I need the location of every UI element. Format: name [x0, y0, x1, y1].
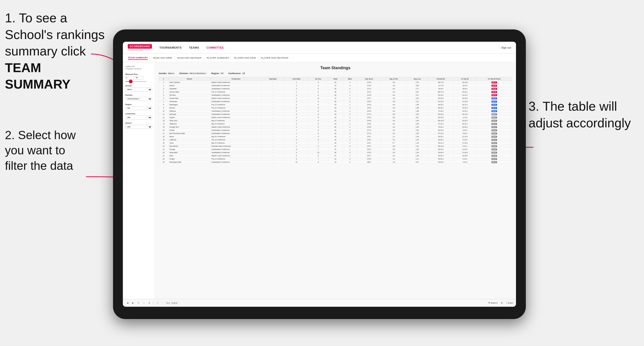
cell-avg-to-par: -4.6 [381, 106, 406, 109]
divider-1 [153, 301, 153, 305]
filter-min-rounding: Minimum Rou... [125, 73, 152, 82]
cell-rnds: 23 [328, 81, 343, 84]
cell-conference: Southeastern Conference [210, 148, 262, 151]
cell-vs-top25: 15-32-2 [454, 119, 476, 122]
table-row: 13 Texas Tech Big 12 Conference - 1 9 27… [159, 119, 512, 122]
cell-rnds: 21 [328, 148, 343, 151]
filter-gender-select[interactable]: Men's [125, 88, 152, 92]
cell-wins: 4 [343, 132, 357, 135]
filter-division-select[interactable]: NCAA Division I [125, 97, 152, 101]
cell-rnds: 18 [328, 100, 343, 103]
cell-vs-top50-points: 80.71 [476, 113, 512, 116]
cell-avg-low: 1.39 [406, 154, 428, 157]
instruction-step3-text: 3. The table will adjust accordingly [528, 99, 631, 130]
cell-vs-top25: 12-14-1 [454, 94, 476, 97]
table-row: 20 Texas Big 12 Conference - 3 7 20 4 27… [159, 141, 512, 145]
cell-conf-rank: 1 [284, 90, 308, 94]
nav-committee[interactable]: COMMITTEE [206, 45, 224, 50]
cell-vs-top50-points: 80.34 [476, 135, 512, 138]
cell-adj-score: 276.9 [357, 109, 381, 113]
cell-school: Texas A&M [168, 151, 210, 154]
nav-teams[interactable]: TEAMS [189, 45, 199, 50]
filter-division: Division NCAA Division I [125, 94, 152, 101]
cell-rnds: 24 [328, 122, 343, 125]
cell-adj-score: 276.3 [357, 103, 381, 106]
view-original-btn[interactable]: View: Original [164, 301, 179, 305]
filter-conference-select[interactable]: (All) [125, 116, 152, 120]
cell-vs-top50-points: 83.27 [476, 94, 512, 97]
cell-avg-low: 2.52 [406, 90, 428, 94]
reload-btn[interactable]: ↻ [136, 301, 140, 305]
filter-school-select[interactable]: (All) [125, 125, 152, 129]
table-row: 15 Georgia Tech Atlantic Coast Conferenc… [159, 125, 512, 129]
share-btn[interactable]: ⤴ Share [506, 302, 513, 304]
cell-overall: 88-17-0 [428, 81, 454, 84]
cell-vs-top50-points: 80.34 [476, 119, 512, 122]
cell-avg-to-par: -1.8 [381, 161, 406, 164]
cell-reg-rank: - [262, 81, 284, 84]
cell-rnds: 24 [328, 138, 343, 141]
cell-conference: Atlantic Coast Conference [210, 97, 262, 100]
cell-vs-top50-points: 83.23 [476, 97, 512, 100]
cell-rnds: 23 [328, 106, 343, 109]
cell-vs-top25: 9-12-1 [454, 145, 476, 148]
cell-conference: Big Ten Conference [210, 135, 262, 138]
cell-conf-rank: 5 [284, 154, 308, 157]
cell-vs-top25: 33-25-2 [454, 97, 476, 100]
cell-num: 4 [159, 90, 168, 94]
cell-adj-score: 276.4 [357, 116, 381, 119]
filter-conference-label: Conference [125, 113, 152, 115]
chip-region-label: Region: [211, 72, 220, 75]
filter-region-select[interactable]: N/A [125, 106, 152, 110]
subnav-team-summary[interactable]: TEAM SUMMARY [128, 56, 148, 60]
subnav-player-summary[interactable]: PLAYER SUMMARY [207, 56, 229, 60]
grid-btn[interactable]: ⊞ [500, 301, 504, 305]
cell-vs-top25: 11-28-3 [454, 151, 476, 154]
subnav-team-h2h-grid[interactable]: TEAM H2H GRID [153, 56, 172, 60]
nav-bar: SCOREBOARD Powered by clippi TOURNAMENTS… [123, 42, 516, 53]
cell-adj-score: 279.5 [357, 157, 381, 161]
filter-min-input[interactable] [125, 76, 134, 79]
divider-2 [162, 301, 162, 305]
cell-no-tour: 8 [308, 125, 328, 129]
cell-no-tour: 10 [308, 151, 328, 154]
instruction-step2-line1: 2. Select how [5, 129, 76, 142]
cell-reg-rank: - [262, 125, 284, 129]
cell-no-tour: 8 [308, 161, 328, 164]
cell-vs-top25: 17-33-3 [454, 141, 476, 145]
watch-btn[interactable]: 👁 Watch ▾ [488, 302, 498, 304]
cell-avg-low: 1.98 [406, 103, 428, 106]
filter-max-input[interactable] [135, 76, 144, 79]
table-row: 26 Mississippi State Southeastern Confer… [159, 161, 512, 164]
bookmark-btn[interactable]: ⊕ [148, 301, 151, 305]
cell-rnds: 27 [328, 84, 343, 87]
subnav-player-h2h-grid[interactable]: PLAYER H2H GRID [234, 56, 256, 60]
home-btn[interactable]: ⌂ [142, 301, 146, 305]
col-no-tour: No Tour [308, 77, 328, 81]
filter-slider[interactable] [125, 81, 147, 82]
nav-forward-btn[interactable]: ▶ [131, 301, 135, 305]
cell-school: Auburn [168, 84, 210, 87]
cell-wins: 0 [343, 161, 357, 164]
subnav-player-h2h-heatmap[interactable]: PLAYER H2H HEATMAP [261, 56, 288, 60]
cell-school: New Mexico [168, 145, 210, 148]
filter-school-label: School [125, 122, 152, 124]
subnav-team-h2h-heatmap[interactable]: TEAM H2H HEATMAP [177, 56, 202, 60]
cell-reg-rank: - [262, 90, 284, 94]
nav-tournaments[interactable]: TOURNAMENTS [159, 45, 182, 50]
cell-school: Oregon [168, 157, 210, 161]
sign-out-link[interactable]: Sign out [501, 46, 511, 49]
cell-conf-rank: 10 [284, 161, 308, 164]
cell-adj-score: 275.7 [357, 97, 381, 100]
cell-conference: Atlantic Coast Conference [210, 154, 262, 157]
cell-wins: 0 [343, 157, 357, 161]
logo-area: SCOREBOARD Powered by clippi [128, 44, 152, 51]
cell-vs-top50-points: 80.47 [476, 125, 512, 129]
cell-num: 22 [159, 148, 168, 151]
cell-vs-top50-points: 80.42 [476, 151, 512, 154]
cell-conf-rank: 4 [284, 138, 308, 141]
cell-num: 16 [159, 129, 168, 132]
chip-conference: Conference: All [228, 72, 245, 75]
cell-vs-top25: 23-13-0 [454, 113, 476, 116]
nav-back-btn[interactable]: ◀ [126, 301, 129, 305]
